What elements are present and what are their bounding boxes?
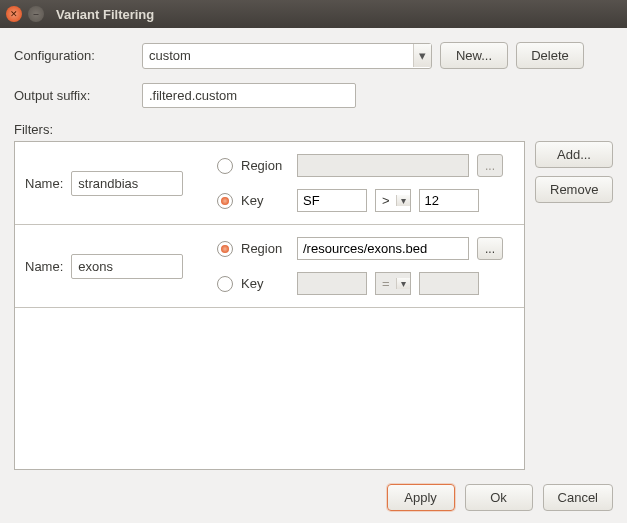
new-button[interactable]: New... (440, 42, 508, 69)
filter-row: Name: Region ... Key > (15, 142, 524, 225)
window-close-icon[interactable]: ✕ (6, 6, 22, 22)
configuration-row: Configuration: custom ▾ New... Delete (14, 42, 613, 69)
key-radio-label: Key (241, 193, 289, 208)
browse-region-button[interactable]: ... (477, 237, 503, 260)
apply-button[interactable]: Apply (387, 484, 455, 511)
region-radio-label: Region (241, 241, 289, 256)
region-radio-label: Region (241, 158, 289, 173)
add-filter-button[interactable]: Add... (535, 141, 613, 168)
region-radio[interactable] (217, 241, 233, 257)
filter-row: Name: Region ... Key = (15, 225, 524, 308)
chevron-down-icon: ▾ (413, 44, 431, 67)
key-field-input (297, 272, 367, 295)
region-path-input[interactable] (297, 237, 469, 260)
window-minimize-icon[interactable]: – (28, 6, 44, 22)
key-op-value: = (376, 276, 396, 291)
region-path-input (297, 154, 469, 177)
ok-button[interactable]: Ok (465, 484, 533, 511)
filter-name-label: Name: (25, 259, 63, 274)
key-field-input[interactable] (297, 189, 367, 212)
key-op-value: > (376, 193, 396, 208)
dialog-content: Configuration: custom ▾ New... Delete Ou… (0, 28, 627, 523)
output-suffix-input[interactable] (142, 83, 356, 108)
key-op-combo: = ▾ (375, 272, 411, 295)
dialog-footer: Apply Ok Cancel (14, 470, 613, 511)
output-label: Output suffix: (14, 88, 134, 103)
filters-list: Name: Region ... Key > (14, 141, 525, 470)
cancel-button[interactable]: Cancel (543, 484, 613, 511)
chevron-down-icon: ▾ (396, 278, 410, 289)
chevron-down-icon: ▾ (396, 195, 410, 206)
region-radio[interactable] (217, 158, 233, 174)
titlebar: ✕ – Variant Filtering (0, 0, 627, 28)
filters-area: Name: Region ... Key > (14, 141, 613, 470)
filters-label: Filters: (14, 122, 613, 137)
key-radio[interactable] (217, 193, 233, 209)
output-row: Output suffix: (14, 83, 613, 108)
window-title: Variant Filtering (56, 7, 154, 22)
configuration-label: Configuration: (14, 48, 134, 63)
key-op-combo[interactable]: > ▾ (375, 189, 411, 212)
filter-name-label: Name: (25, 176, 63, 191)
configuration-combo[interactable]: custom ▾ (142, 43, 432, 69)
key-radio[interactable] (217, 276, 233, 292)
key-value-input[interactable] (419, 189, 479, 212)
remove-filter-button[interactable]: Remove (535, 176, 613, 203)
filter-name-input[interactable] (71, 254, 183, 279)
key-radio-label: Key (241, 276, 289, 291)
browse-region-button: ... (477, 154, 503, 177)
delete-button[interactable]: Delete (516, 42, 584, 69)
key-value-input (419, 272, 479, 295)
filter-name-input[interactable] (71, 171, 183, 196)
configuration-value: custom (149, 48, 191, 63)
